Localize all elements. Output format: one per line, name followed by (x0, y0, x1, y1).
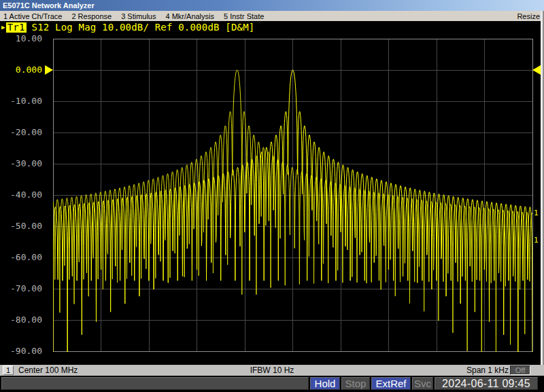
menu-item-4[interactable]: 4 Mkr/Analysis (160, 12, 219, 20)
status-message-area (1, 377, 309, 390)
menu-items: 1 Active Ch/Trace2 Response3 Stimulus4 M… (0, 12, 269, 20)
active-trace-arrow-icon: ▶ (1, 22, 5, 33)
menu-bar: 1 Active Ch/Trace2 Response3 Stimulus4 M… (0, 11, 544, 21)
instrument-status-bar: Hold Stop ExtRef Svc 2024-06-11 09:45 (0, 377, 544, 390)
ifbw-label: IFBW 10 Hz (0, 366, 544, 375)
trace-status-line[interactable]: ▶ Tr1 S12 Log Mag 10.00dB/ Ref 0.000dB [… (1, 22, 254, 33)
trace-end-number-label: 1 (534, 209, 539, 217)
menu-item-3[interactable]: 3 Stimulus (116, 12, 160, 20)
window-title: E5071C Network Analyzer (3, 1, 95, 10)
menu-item-5[interactable]: 5 Instr State (219, 12, 269, 20)
status-stop-badge: Stop (341, 377, 370, 390)
status-datetime: 2024-06-11 09:45 (435, 377, 538, 390)
window-title-bar[interactable]: E5071C Network Analyzer (0, 0, 544, 11)
plot-grid (53, 39, 532, 351)
status-hold-badge: Hold (310, 377, 340, 390)
sweep-indicator-off-badge: Off (510, 366, 530, 375)
trace-end-number-label: 1 (534, 236, 539, 245)
trace-format-text: S12 Log Mag 10.00dB/ Ref 0.000dB [D&M] (32, 22, 255, 33)
plot-area: 11 (0, 21, 544, 365)
channel-status-bar: 1 Center 100 MHz IFBW 10 Hz Span 1 kHz O… (0, 365, 544, 376)
menu-item-2[interactable]: 2 Response (67, 12, 116, 20)
menu-item-1[interactable]: 1 Active Ch/Trace (0, 12, 67, 20)
ref-level-marker-right[interactable] (532, 65, 541, 75)
status-svc-badge: Svc (412, 377, 433, 390)
ref-level-marker-left[interactable] (45, 65, 53, 75)
stimulus-span-label: Span 1 kHz (466, 366, 509, 375)
trace-number-chip[interactable]: Tr1 (6, 22, 27, 33)
status-extref-badge: ExtRef (371, 377, 411, 390)
